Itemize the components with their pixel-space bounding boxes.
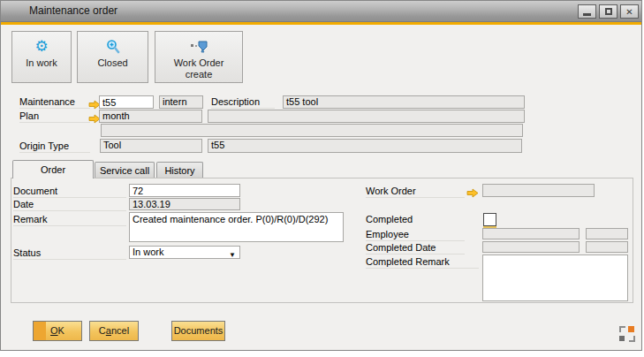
maximize-button[interactable]: [599, 4, 617, 19]
status-label: Status: [13, 247, 126, 260]
gear-icon: ⚙: [12, 39, 71, 55]
completed-remark-textarea[interactable]: [482, 254, 628, 301]
employee-label: Employee: [366, 229, 465, 241]
description-label: Description: [211, 96, 275, 109]
origin-type-field: Tool: [100, 139, 202, 153]
maximize-icon: [605, 8, 612, 15]
title-bar[interactable]: Maintenance order ✕: [1, 1, 641, 22]
origin-object-field: t55: [208, 139, 522, 153]
closed-button[interactable]: Closed: [77, 31, 148, 83]
remark-label: Remark: [13, 214, 126, 226]
maintenance-input[interactable]: [99, 95, 154, 109]
plan-field: month: [99, 110, 202, 123]
documents-button[interactable]: Documents: [171, 321, 225, 341]
plan-secondary-field: [208, 110, 525, 123]
cancel-label: ncel: [111, 325, 129, 336]
date-label: Date: [13, 199, 126, 211]
plan-label: Plan: [19, 110, 90, 123]
maintenance-code-field: intern: [159, 95, 203, 109]
tab-service-call[interactable]: Service call: [95, 162, 155, 178]
completed-label: Completed: [366, 214, 465, 225]
description-field: t55 tool: [283, 95, 525, 109]
origin-type-label: Origin Type: [19, 141, 90, 153]
completed-date-secondary-field: [586, 241, 628, 253]
tab-order[interactable]: Order: [12, 160, 94, 178]
status-dropdown[interactable]: In work ▼: [129, 246, 240, 259]
document-label: Document: [13, 186, 126, 198]
closed-label: Closed: [78, 57, 148, 69]
work-order-create-label: Work Order create: [155, 57, 242, 80]
ok-button[interactable]: OK: [33, 321, 82, 341]
minimize-button[interactable]: [578, 4, 596, 19]
status-value: In work: [133, 247, 163, 257]
ok-label: O: [50, 325, 58, 336]
in-work-label: In work: [12, 57, 71, 69]
close-button[interactable]: ✕: [620, 4, 639, 19]
in-work-button[interactable]: ⚙ In work: [11, 31, 72, 83]
accent-gold-line: [1, 22, 641, 25]
minimize-icon: [583, 13, 591, 16]
document-input[interactable]: [129, 184, 240, 197]
work-order-create-button[interactable]: Work Order create: [155, 31, 243, 83]
remark-textarea[interactable]: Created maintenance order. P(0)/R(0)/D(2…: [129, 212, 344, 242]
maintenance-order-window: Maintenance order ✕ ⚙ In work Closed: [0, 0, 642, 351]
close-icon: ✕: [625, 7, 633, 17]
hand-pointer-icon: [155, 39, 242, 55]
maintenance-label: Maintenance: [19, 96, 90, 109]
date-field: 13.03.19: [129, 198, 240, 210]
window-title: Maintenance order: [29, 4, 117, 17]
work-order-field: [482, 184, 595, 197]
completed-date-label: Completed Date: [366, 242, 465, 254]
magnifier-plus-icon: [78, 39, 148, 55]
link-arrow-icon[interactable]: [466, 186, 479, 195]
form-resize-grip-icon[interactable]: [619, 326, 635, 342]
dropdown-arrow-icon: ▼: [229, 249, 236, 261]
extra-row-field: [101, 124, 523, 137]
cancel-button[interactable]: Cancel: [89, 321, 139, 341]
employee-field: [482, 228, 580, 239]
completed-checkbox[interactable]: [483, 213, 496, 226]
completed-remark-label: Completed Remark: [366, 256, 479, 269]
employee-secondary-field: [586, 228, 628, 239]
work-order-label: Work Order: [366, 186, 465, 198]
completed-date-field: [482, 241, 580, 253]
tab-history[interactable]: History: [156, 162, 203, 178]
